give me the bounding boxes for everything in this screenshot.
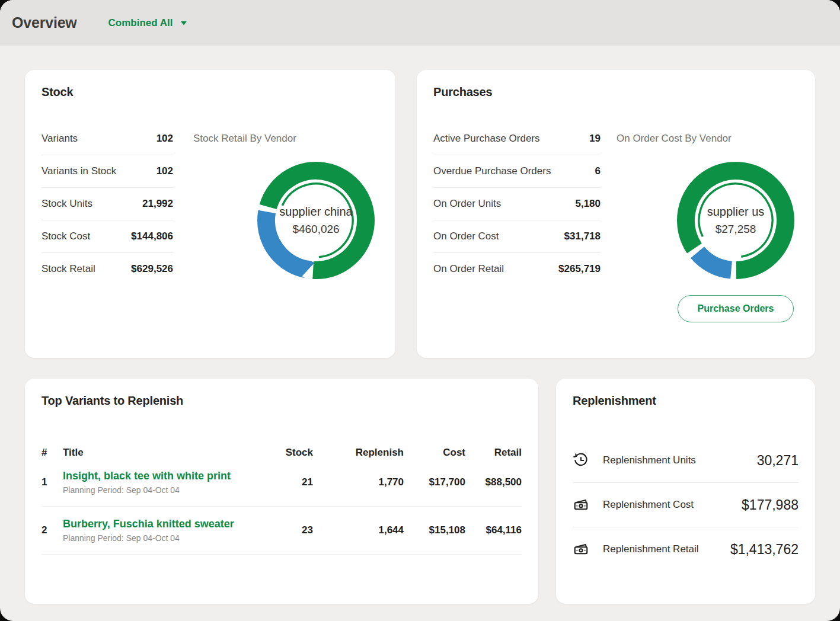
stat-row-variants-in-stock: Variants in Stock 102 — [41, 155, 173, 188]
stat-value: 21,992 — [142, 198, 173, 210]
replenishment-label: Replenishment Retail — [603, 543, 699, 555]
row-stock: 23 — [257, 524, 313, 536]
stat-value: $629,526 — [131, 263, 173, 275]
replenishment-label: Replenishment Units — [603, 454, 696, 466]
row-replenish: 1,770 — [313, 476, 404, 488]
top-variants-card-title: Top Variants to Replenish — [41, 394, 522, 408]
on-order-cost-by-vendor-donut[interactable]: supplier us $27,258 — [676, 161, 795, 280]
variant-title-link[interactable]: Insight, black tee with white print — [63, 470, 257, 482]
stat-label: Active Purchase Orders — [433, 133, 540, 145]
stock-card-title: Stock — [41, 85, 379, 99]
stat-label: Variants — [41, 133, 78, 145]
donut-vendor-value: $27,258 — [716, 223, 756, 236]
col-cost: Cost — [404, 447, 465, 459]
stat-label: On Order Cost — [433, 231, 499, 242]
replenishment-card: Replenishment Replenishment Units 30,271 — [556, 379, 815, 604]
stat-label: On Order Retail — [433, 263, 504, 275]
row-retail: $64,116 — [465, 524, 522, 536]
stat-row-variants: Variants 102 — [41, 123, 173, 155]
stat-label: Stock Retail — [41, 263, 95, 275]
stat-value: 19 — [589, 133, 601, 145]
replenishment-value: 30,271 — [757, 453, 799, 469]
top-bar: Overview Combined All — [0, 0, 840, 46]
replenishment-card-title: Replenishment — [573, 394, 799, 408]
purchases-card: Purchases Active Purchase Orders 19 Over… — [417, 70, 815, 358]
stat-row-on-order-cost: On Order Cost $31,718 — [433, 220, 601, 253]
stock-card: Stock Variants 102 Variants in Stock 102… — [25, 70, 395, 358]
donut-center-label: supplier us $27,258 — [676, 161, 795, 280]
col-title: Title — [63, 447, 257, 459]
stat-value: 6 — [595, 165, 601, 177]
col-rank: # — [41, 447, 63, 459]
stat-label: Variants in Stock — [41, 165, 116, 177]
col-replenish: Replenish — [313, 447, 404, 459]
stat-row-on-order-units: On Order Units 5,180 — [433, 188, 601, 220]
stock-stat-list: Variants 102 Variants in Stock 102 Stock… — [41, 123, 173, 285]
row-rank: 1 — [41, 476, 63, 488]
stat-row-on-order-retail: On Order Retail $265,719 — [433, 253, 601, 285]
row-cost: $17,700 — [404, 476, 465, 488]
col-retail: Retail — [465, 447, 522, 459]
stat-row-stock-units: Stock Units 21,992 — [41, 188, 173, 220]
variant-title-link[interactable]: Burberry, Fuschia knitted sweater — [63, 518, 257, 530]
donut-vendor-name: supplier china — [279, 205, 352, 219]
top-variants-card: Top Variants to Replenish # Title Stock … — [25, 379, 538, 604]
main-content: Stock Variants 102 Variants in Stock 102… — [0, 46, 840, 621]
stat-value: 5,180 — [575, 198, 601, 210]
purchases-chart-caption: On Order Cost By Vendor — [617, 133, 799, 145]
top-variants-table: # Title Stock Replenish Cost Retail 1 In… — [41, 447, 522, 555]
row-retail: $88,500 — [465, 476, 522, 488]
replenishment-value: $1,413,762 — [730, 542, 799, 558]
table-row: 2 Burberry, Fuschia knitted sweater Plan… — [41, 507, 522, 555]
stat-value: $31,718 — [564, 231, 601, 242]
planning-period: Planning Period: Sep 04-Oct 04 — [63, 533, 257, 543]
stat-value: $144,806 — [131, 231, 173, 242]
table-row: 1 Insight, black tee with white print Pl… — [41, 459, 522, 507]
stat-label: Stock Units — [41, 198, 92, 210]
stock-chart-caption: Stock Retail By Vendor — [193, 133, 379, 145]
banknote-icon — [573, 541, 589, 558]
row-stock: 21 — [257, 476, 313, 488]
list-item: Replenishment Retail $1,413,762 — [573, 527, 799, 571]
replenishment-value: $177,988 — [742, 497, 799, 513]
col-stock: Stock — [257, 447, 313, 459]
purchases-card-title: Purchases — [433, 85, 799, 99]
chevron-down-icon — [180, 21, 187, 25]
stat-row-active-purchase-orders: Active Purchase Orders 19 — [433, 123, 601, 155]
donut-center-label: supplier china $460,026 — [257, 161, 375, 280]
table-header: # Title Stock Replenish Cost Retail — [41, 447, 522, 459]
combined-all-filter-dropdown[interactable]: Combined All — [107, 15, 189, 31]
stat-label: Overdue Purchase Orders — [433, 165, 551, 177]
row-rank: 2 — [41, 524, 63, 536]
stat-label: On Order Units — [433, 198, 501, 210]
donut-vendor-name: supplier us — [707, 205, 765, 219]
stat-row-stock-cost: Stock Cost $144,806 — [41, 220, 173, 253]
history-icon — [573, 452, 589, 469]
list-item: Replenishment Units 30,271 — [573, 438, 799, 483]
replenishment-list: Replenishment Units 30,271 Re — [573, 438, 799, 571]
list-item: Replenishment Cost $177,988 — [573, 483, 799, 527]
stock-retail-by-vendor-donut[interactable]: supplier china $460,026 — [257, 161, 375, 280]
stat-value: $265,719 — [558, 263, 601, 275]
purchase-orders-button[interactable]: Purchase Orders — [678, 295, 794, 322]
stat-row-stock-retail: Stock Retail $629,526 — [41, 253, 173, 285]
stat-label: Stock Cost — [41, 231, 90, 242]
page-title: Overview — [12, 14, 77, 31]
row-cost: $15,108 — [404, 524, 465, 536]
stat-value: 102 — [156, 133, 173, 145]
stat-row-overdue-purchase-orders: Overdue Purchase Orders 6 — [433, 155, 601, 188]
filter-label: Combined All — [108, 17, 173, 29]
banknote-icon — [573, 497, 589, 513]
purchases-stat-list: Active Purchase Orders 19 Overdue Purcha… — [433, 123, 601, 285]
overview-page: Overview Combined All Stock Variants 102 — [0, 0, 840, 621]
stat-value: 102 — [156, 165, 173, 177]
row-replenish: 1,644 — [313, 524, 404, 536]
replenishment-label: Replenishment Cost — [603, 499, 694, 511]
donut-vendor-value: $460,026 — [292, 223, 339, 236]
planning-period: Planning Period: Sep 04-Oct 04 — [63, 485, 257, 495]
